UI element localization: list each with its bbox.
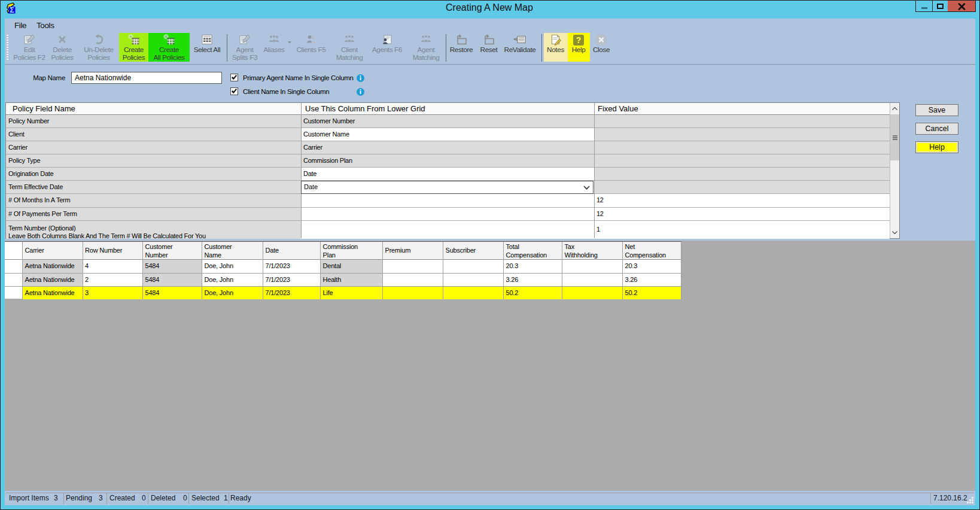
svg-text:?: ? — [576, 35, 582, 45]
